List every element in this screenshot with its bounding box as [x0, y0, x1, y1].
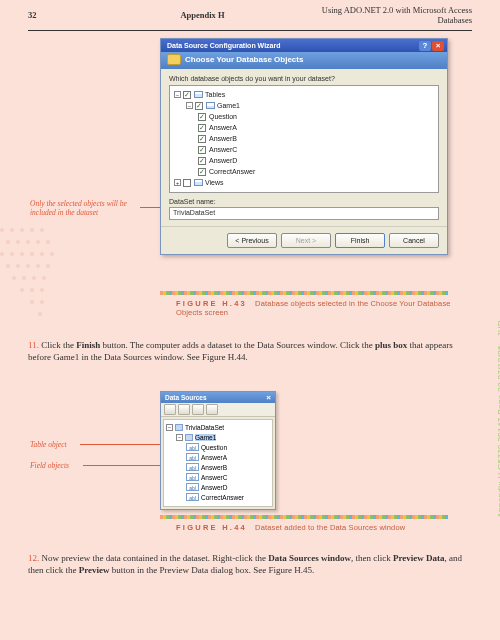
callout-line: [83, 465, 162, 466]
toolbar-button[interactable]: [178, 404, 190, 415]
figure-caption-h43: FIGURE H.43 Database objects selected in…: [176, 299, 456, 317]
svg-point-8: [26, 240, 30, 244]
tree-label: Game1: [217, 102, 240, 109]
close-icon[interactable]: ×: [266, 393, 271, 402]
tree-row-field[interactable]: ablAnswerD: [166, 482, 270, 492]
tree-row-col[interactable]: ✓AnswerA: [174, 122, 434, 133]
svg-point-24: [32, 276, 36, 280]
svg-point-13: [20, 252, 24, 256]
cancel-button[interactable]: Cancel: [389, 233, 439, 248]
svg-point-0: [0, 228, 4, 232]
page-header: 32 Appendix H Using ADO.NET 2.0 with Mic…: [0, 0, 500, 30]
toolbar-button[interactable]: [192, 404, 204, 415]
callout-line: [80, 444, 162, 445]
wizard-button-row: < Previous Next > Finish Cancel: [161, 226, 447, 254]
table-icon: [206, 102, 215, 109]
data-sources-tree[interactable]: − TriviaDataSet − Game1 ablQuestion ablA…: [163, 419, 273, 507]
expander-icon[interactable]: +: [174, 179, 181, 186]
toolbar-button[interactable]: [206, 404, 218, 415]
decorative-dots: [0, 220, 82, 340]
svg-point-7: [16, 240, 20, 244]
page-title: Appendix H: [108, 10, 297, 20]
checkbox[interactable]: ✓: [198, 168, 206, 176]
checkbox[interactable]: ✓: [198, 157, 206, 165]
tree-label: CorrectAnswer: [209, 168, 255, 175]
checkbox[interactable]: ✓: [198, 146, 206, 154]
tree-row-field[interactable]: ablCorrectAnswer: [166, 492, 270, 502]
tree-row-views[interactable]: + Views: [174, 177, 434, 188]
tree-row-field[interactable]: ablAnswerC: [166, 472, 270, 482]
expander-icon[interactable]: −: [176, 434, 183, 441]
tree-row-game1[interactable]: − ✓ Game1: [174, 100, 434, 111]
svg-point-17: [6, 264, 10, 268]
tree-label: TriviaDataSet: [185, 424, 224, 431]
tree-row-field[interactable]: ablAnswerA: [166, 452, 270, 462]
step-12: 12. Now preview the data contained in th…: [28, 552, 472, 576]
callout-table-object: Table object: [30, 440, 67, 449]
tree-label: Views: [205, 179, 224, 186]
next-button: Next >: [281, 233, 331, 248]
side-gutter-text: Appendix H C5779 39147 Page 32 07/10/06—…: [496, 320, 500, 518]
tree-row-tables[interactable]: − ✓ Tables: [174, 89, 434, 100]
tree-label: AnswerD: [209, 157, 237, 164]
data-sources-toolbar: [161, 403, 275, 417]
checkbox[interactable]: [183, 179, 191, 187]
svg-point-23: [22, 276, 26, 280]
step-number: 11.: [28, 340, 39, 350]
field-icon: abl: [186, 473, 199, 481]
close-icon[interactable]: ×: [432, 41, 444, 51]
tree-row-table[interactable]: − Game1: [166, 432, 270, 442]
svg-point-16: [50, 252, 54, 256]
tree-row-col[interactable]: ✓AnswerB: [174, 133, 434, 144]
svg-point-3: [30, 228, 34, 232]
field-icon: abl: [186, 493, 199, 501]
tree-label: Question: [209, 113, 237, 120]
expander-icon[interactable]: −: [186, 102, 193, 109]
svg-point-12: [10, 252, 14, 256]
page-number: 32: [28, 10, 108, 20]
tree-row-col[interactable]: ✓AnswerD: [174, 155, 434, 166]
checkbox[interactable]: ✓: [183, 91, 191, 99]
figure-label: FIGURE H.43: [176, 299, 247, 308]
svg-point-14: [30, 252, 34, 256]
step-number: 12.: [28, 553, 39, 563]
data-sources-title: Data Sources: [165, 394, 266, 401]
wizard-window: Data Source Configuration Wizard ? × Cho…: [160, 38, 448, 255]
tree-label: AnswerB: [201, 464, 227, 471]
tree-row-field[interactable]: ablQuestion: [166, 442, 270, 452]
figure-bar: [160, 291, 448, 295]
svg-point-22: [12, 276, 16, 280]
data-sources-titlebar[interactable]: Data Sources ×: [161, 392, 275, 403]
tree-row-col[interactable]: ✓CorrectAnswer: [174, 166, 434, 177]
expander-icon[interactable]: −: [174, 91, 181, 98]
checkbox[interactable]: ✓: [198, 124, 206, 132]
page-header-right: Using ADO.NET 2.0 with Microsoft Access …: [297, 5, 472, 25]
toolbar-button[interactable]: [164, 404, 176, 415]
expander-icon[interactable]: −: [166, 424, 173, 431]
tree-label: AnswerB: [209, 135, 237, 142]
header-rule: [28, 30, 472, 31]
previous-button[interactable]: < Previous: [227, 233, 277, 248]
tree-label: AnswerA: [209, 124, 237, 131]
tree-row-col[interactable]: ✓Question: [174, 111, 434, 122]
callout-field-objects: Field objects: [30, 461, 69, 470]
wizard-titlebar[interactable]: Data Source Configuration Wizard ? ×: [161, 39, 447, 52]
tree-row-col[interactable]: ✓AnswerC: [174, 144, 434, 155]
tree-row-dataset[interactable]: − TriviaDataSet: [166, 422, 270, 432]
svg-point-19: [26, 264, 30, 268]
svg-point-25: [42, 276, 46, 280]
checkbox[interactable]: ✓: [195, 102, 203, 110]
tree-label: AnswerD: [201, 484, 227, 491]
wizard-body: Which database objects do you want in yo…: [161, 69, 447, 226]
wizard-tree[interactable]: − ✓ Tables − ✓ Game1 ✓Question ✓AnswerA …: [169, 85, 439, 193]
checkbox[interactable]: ✓: [198, 135, 206, 143]
svg-point-2: [20, 228, 24, 232]
svg-point-6: [6, 240, 10, 244]
finish-button[interactable]: Finish: [335, 233, 385, 248]
tree-row-field[interactable]: ablAnswerB: [166, 462, 270, 472]
svg-point-1: [10, 228, 14, 232]
help-icon[interactable]: ?: [419, 41, 431, 51]
checkbox[interactable]: ✓: [198, 113, 206, 121]
dataset-name-input[interactable]: TriviaDataSet: [169, 207, 439, 220]
tree-label: Question: [201, 444, 227, 451]
